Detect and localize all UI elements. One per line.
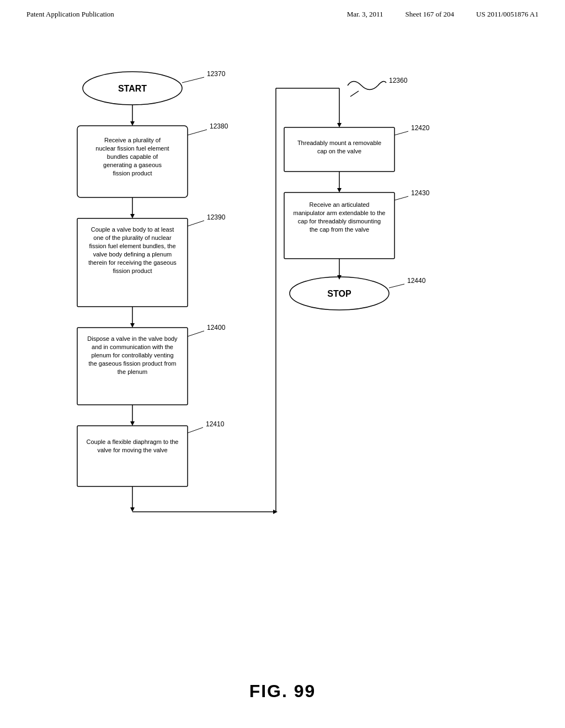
svg-text:valve for moving the valve: valve for moving the valve — [97, 447, 167, 453]
header-right: Mar. 3, 2011 Sheet 167 of 204 US 2011/00… — [347, 10, 539, 19]
svg-marker-15 — [130, 214, 135, 218]
svg-text:12400: 12400 — [207, 324, 226, 331]
svg-line-55 — [395, 131, 408, 135]
svg-text:one of the plurality of nuclea: one of the plurality of nuclear — [93, 234, 172, 241]
flowchart-svg: START 12370 Receive a plurality of nucle… — [22, 33, 530, 574]
svg-marker-58 — [337, 188, 342, 192]
svg-text:Threadably mount a removable: Threadably mount a removable — [297, 140, 381, 146]
svg-line-33 — [188, 331, 204, 336]
svg-text:plenum for controllably ventin: plenum for controllably venting — [91, 352, 173, 358]
svg-marker-43 — [130, 507, 135, 512]
svg-text:therein for receiving the gase: therein for receiving the gaseous — [88, 259, 177, 266]
page-header: Patent Application Publication Mar. 3, 2… — [0, 0, 565, 19]
svg-text:Receive a plurality of: Receive a plurality of — [104, 137, 161, 143]
svg-text:fission fuel element bundles, : fission fuel element bundles, the — [89, 243, 175, 249]
svg-line-23 — [188, 221, 204, 226]
svg-text:nuclear fission fuel element: nuclear fission fuel element — [95, 145, 169, 152]
svg-text:cap for threadably dismounting: cap for threadably dismounting — [298, 218, 381, 224]
publication-date: Mar. 3, 2011 — [347, 10, 383, 19]
publication-label: Patent Application Publication — [26, 10, 114, 19]
svg-text:12420: 12420 — [411, 124, 430, 132]
svg-text:the cap from the valve: the cap from the valve — [310, 226, 369, 233]
svg-text:the plenum: the plenum — [118, 368, 147, 375]
svg-text:the gaseous fission product fr: the gaseous fission product from — [89, 360, 177, 367]
svg-text:valve body defining a plenum: valve body defining a plenum — [93, 251, 172, 258]
svg-marker-26 — [130, 323, 135, 328]
svg-text:Dispose a valve in the valve b: Dispose a valve in the valve body — [87, 335, 178, 342]
svg-line-64 — [395, 196, 408, 200]
svg-marker-5 — [130, 121, 135, 126]
patent-number: US 2011/0051876 A1 — [476, 10, 539, 19]
svg-line-70 — [389, 284, 404, 288]
svg-text:fission product: fission product — [113, 267, 152, 274]
svg-text:bundles capable of: bundles capable of — [107, 153, 158, 160]
svg-marker-45 — [273, 510, 278, 514]
svg-text:fission product: fission product — [113, 170, 152, 176]
svg-marker-36 — [130, 421, 135, 426]
svg-line-40 — [188, 427, 203, 433]
svg-text:Couple a flexible diaphragm to: Couple a flexible diaphragm to the — [87, 438, 179, 445]
svg-marker-51 — [337, 123, 342, 127]
sheet-info: Sheet 167 of 204 — [406, 10, 454, 19]
svg-text:12410: 12410 — [206, 420, 225, 428]
svg-line-12 — [188, 130, 207, 135]
svg-text:Couple a valve body to at leas: Couple a valve body to at least — [91, 226, 174, 233]
svg-text:12430: 12430 — [411, 189, 430, 197]
svg-text:STOP: STOP — [327, 289, 351, 298]
svg-rect-37 — [77, 426, 188, 486]
svg-text:12390: 12390 — [207, 213, 226, 221]
svg-text:12370: 12370 — [207, 70, 226, 78]
svg-text:generating a gaseous: generating a gaseous — [103, 162, 162, 168]
svg-text:12440: 12440 — [407, 277, 426, 285]
svg-text:cap on the valve: cap on the valve — [317, 148, 361, 154]
svg-line-46 — [350, 91, 359, 97]
svg-text:12380: 12380 — [210, 122, 228, 130]
svg-text:Receive an articulated: Receive an articulated — [310, 201, 370, 208]
svg-text:START: START — [118, 84, 147, 93]
flowchart-diagram: START 12370 Receive a plurality of nucle… — [22, 33, 530, 574]
svg-text:manipulator arm extendable to : manipulator arm extendable to the — [294, 210, 386, 216]
figure-label: FIG. 99 — [249, 681, 316, 702]
svg-text:12360: 12360 — [389, 77, 408, 84]
svg-line-2 — [182, 77, 204, 83]
svg-marker-67 — [337, 275, 342, 280]
svg-text:and in communication with the: and in communication with the — [92, 344, 173, 350]
